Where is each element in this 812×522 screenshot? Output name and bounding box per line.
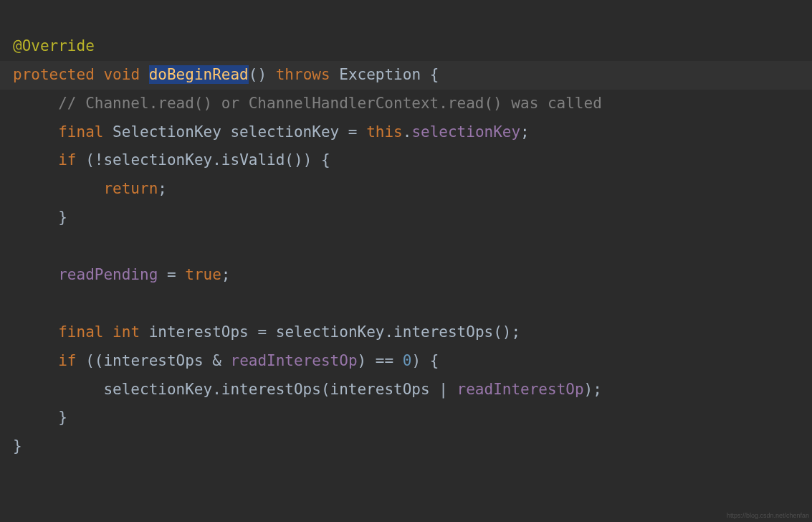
method-call: interestOps() [393,323,511,341]
code-line: @Override [13,37,95,54]
brace-open: { [321,151,330,169]
semicolon: ; [221,266,231,283]
brace-open: { [430,352,439,369]
variable: interestOps [103,352,203,369]
brace-open: { [430,66,439,83]
dot: . [212,381,221,398]
comment: // Channel.read() or ChannelHandlerConte… [58,95,602,112]
paren-open: (! [85,151,103,169]
paren-close: ) [584,381,593,398]
variable: selectionKey [230,123,339,141]
semicolon: ; [593,381,602,398]
code-line: if ((interestOps & readInterestOp) == 0)… [13,352,439,369]
brace-close: } [58,409,67,426]
keyword-this: this [366,123,403,141]
paren-close: ) [411,352,421,369]
keyword-final: final [58,123,103,141]
code-line: return; [13,180,167,197]
parentheses: () [249,66,267,83]
dot: . [212,151,221,169]
brace-close: } [13,437,22,455]
code-line-empty [13,237,22,255]
keyword-true: true [185,266,221,283]
field-ref: readInterestOp [457,381,584,398]
code-line: selectionKey.interestOps(interestOps | r… [13,381,602,398]
code-line-empty [13,295,22,312]
semicolon: ; [511,323,520,341]
keyword-final: final [58,323,103,341]
variable: selectionKey [103,151,212,169]
code-line: // Channel.read() or ChannelHandlerConte… [13,95,602,112]
keyword-if: if [58,151,76,169]
paren-open: (( [85,352,103,369]
code-line: final SelectionKey selectionKey = this.s… [13,123,530,141]
code-line: } [13,409,67,426]
type: SelectionKey [113,123,221,141]
code-line: } [13,209,67,226]
object: selectionKey [103,381,212,398]
keyword-throws: throws [276,66,330,83]
field-ref: readInterestOp [231,352,358,369]
equals: = [257,323,267,341]
keyword-return: return [103,180,158,197]
keyword-protected: protected [13,66,95,83]
code-line: if (!selectionKey.isValid()) { [13,151,330,169]
dot: . [384,323,393,341]
equals: = [167,266,176,283]
keyword-void: void [103,66,140,83]
code-editor[interactable]: @Override protected void doBeginRead() t… [0,0,812,461]
code-line: readPending = true; [13,266,231,283]
watermark-text: https://blog.csdn.net/chenfan [727,510,809,522]
exception-type: Exception [339,66,421,83]
method-call: isValid()) [221,151,312,169]
field-ref: readPending [58,266,158,283]
semicolon: ; [520,123,530,141]
annotation: @Override [13,37,95,54]
paren-close: ) [358,352,367,369]
field-ref: selectionKey [411,123,520,141]
equals: = [348,123,358,141]
code-line: } [13,437,22,455]
method-call: interestOps( [221,381,330,398]
semicolon: ; [158,180,167,197]
equals-equals: == [376,352,393,369]
number-literal: 0 [403,352,412,369]
dot: . [403,123,412,141]
keyword-int: int [113,323,140,341]
keyword-if: if [58,352,76,369]
code-line: final int interestOps = selectionKey.int… [13,323,520,341]
variable: interestOps [149,323,249,341]
method-declaration[interactable]: doBeginRead [149,65,249,84]
brace-close: } [58,209,67,226]
pipe: | [439,381,448,398]
object: selectionKey [276,323,385,341]
argument: interestOps [330,381,430,398]
ampersand: & [212,352,221,369]
code-line-highlighted: protected void doBeginRead() throws Exce… [0,61,812,90]
